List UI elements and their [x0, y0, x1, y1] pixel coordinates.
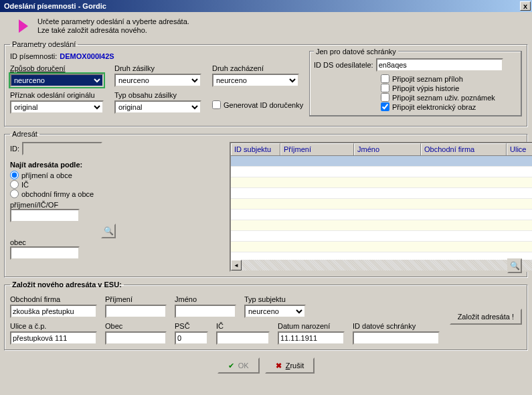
title-bar: Odeslání písemnosti - Gordic x — [0, 0, 532, 12]
druh-zasilky-label: Druh zásilky — [114, 64, 201, 72]
close-button[interactable]: x — [520, 1, 531, 11]
chk-prilohy-label: Připojit seznam příloh — [392, 75, 463, 83]
zalozit-jmeno-label: Jméno — [175, 295, 236, 303]
prijmeni-search-label: příjmení/IČ/OF — [10, 201, 116, 209]
adresat-fieldset: Adresát ID: Najít adresáta podle: příjme… — [4, 130, 528, 278]
grid-row[interactable] — [231, 167, 532, 177]
id-ds-label: ID DS odesílatele: — [314, 61, 373, 69]
druh-zasilky-select[interactable]: neurceno — [114, 74, 201, 87]
grid-row[interactable] — [231, 177, 532, 188]
id-ds-zalozit-input[interactable] — [353, 331, 440, 345]
zalozit-fieldset: Založit nového adresáta v ESU: Obchodní … — [4, 281, 528, 351]
zpusob-select[interactable]: neurceno — [10, 74, 104, 87]
radio-firma-label: obchodní firmy a obce — [21, 190, 94, 198]
adresat-grid[interactable]: ID subjektu Příjmení Jméno Obchodní firm… — [230, 142, 532, 272]
zalozit-prijmeni-input[interactable] — [105, 305, 167, 318]
najit-label: Najít adresáta podle: — [10, 161, 116, 169]
check-icon: ✔ — [228, 362, 234, 370]
grid-header-row: ID subjektu Příjmení Jméno Obchodní firm… — [231, 143, 532, 156]
grid-row[interactable] — [231, 220, 532, 231]
obec-search-label: obec — [10, 238, 116, 246]
chk-poznamek[interactable] — [381, 93, 389, 102]
ok-label: OK — [238, 362, 249, 370]
grid-row[interactable] — [231, 199, 532, 210]
datove-schranky-group: Jen pro datové schránky ID DS odesílatel… — [309, 51, 522, 116]
gh-prijmeni[interactable]: Příjmení — [280, 143, 354, 155]
scroll-left-icon[interactable]: ◄ — [231, 260, 242, 270]
obec-search-input[interactable] — [10, 246, 80, 260]
grid-row[interactable] — [231, 242, 532, 252]
zalozit-jmeno-input[interactable] — [175, 305, 236, 318]
datove-legend: Jen pro datové schránky — [314, 48, 398, 56]
zalozit-adresata-button[interactable]: Založit adresáta ! — [450, 309, 522, 325]
obchodni-firma-input[interactable] — [10, 305, 97, 318]
ulice-label: Ulice a č.p. — [10, 322, 97, 330]
prijmeni-search-input[interactable] — [10, 209, 80, 222]
id-ds-input[interactable] — [376, 58, 503, 72]
instruction-row: Určete parametry odeslání a vyberte adre… — [0, 12, 532, 39]
psc-label: PSČ — [175, 322, 208, 330]
chk-obraz[interactable] — [381, 102, 389, 111]
typ-obsahu-label: Typ obsahu zásilky — [114, 91, 201, 99]
window-title: Odeslání písemnosti - Gordic — [1, 2, 106, 10]
grid-row[interactable] — [231, 210, 532, 220]
datum-label: Datum narození — [278, 322, 345, 330]
gen-id-checkbox[interactable] — [212, 100, 221, 109]
scroll-track[interactable] — [242, 260, 532, 270]
grid-row[interactable] — [231, 231, 532, 242]
gh-ulice[interactable]: Ulice — [507, 143, 532, 155]
priznak-select[interactable]: original — [10, 100, 104, 114]
chk-historie-label: Připojit výpis historie — [392, 84, 459, 92]
magnifier-icon: 🔍 — [104, 226, 114, 236]
horizontal-scrollbar[interactable]: ◄ ► — [231, 260, 532, 270]
chk-poznamek-label: Připojit seznam uživ. poznámek — [392, 94, 495, 102]
close-icon: x — [523, 2, 527, 10]
adresat-left-panel: ID: Najít adresáta podle: příjmení a obc… — [10, 142, 116, 260]
id-pis-value: DEMOX000I42S — [60, 52, 114, 60]
radio-ic[interactable] — [10, 180, 19, 189]
grid-search-button[interactable]: 🔍 — [507, 258, 522, 273]
instruction-line1: Určete parametry odeslání a vyberte adre… — [37, 17, 189, 26]
cancel-button[interactable]: ✖ Zrušit — [265, 358, 315, 374]
obchodni-firma-label: Obchodní firma — [10, 295, 97, 303]
priznak-label: Příznak odeslání originálu — [10, 91, 104, 99]
ic-input[interactable] — [216, 331, 270, 345]
radio-prijmeni-label: příjmení a obce — [21, 171, 72, 179]
chk-obraz-label: Připojit elektronický obraz — [392, 103, 476, 111]
adresat-id-input — [22, 142, 102, 155]
id-label: ID: — [10, 145, 19, 153]
arrow-icon — [19, 19, 28, 33]
radio-ic-label: IČ — [21, 181, 29, 189]
typ-obsahu-select[interactable]: original — [114, 100, 201, 114]
druh-zachazeni-select[interactable]: neurceno — [212, 74, 299, 87]
id-ds-zalozit-label: ID datové schránky — [353, 322, 440, 330]
zalozit-prijmeni-label: Příjmení — [105, 295, 167, 303]
psc-input[interactable] — [175, 331, 208, 345]
ic-label: IČ — [216, 322, 270, 330]
typ-subjektu-label: Typ subjektu — [244, 295, 306, 303]
radio-firma[interactable] — [10, 189, 19, 198]
cancel-label: Zrušit — [286, 362, 304, 370]
ulice-input[interactable] — [10, 331, 97, 345]
ok-button: ✔ OK — [217, 358, 260, 374]
chk-prilohy[interactable] — [381, 74, 389, 83]
search-button-left[interactable]: 🔍 — [101, 224, 116, 238]
grid-row[interactable] — [231, 188, 532, 199]
radio-prijmeni[interactable] — [10, 171, 19, 179]
gen-id-label: Generovat ID doručenky — [224, 101, 303, 109]
gh-firma[interactable]: Obchodní firma — [421, 143, 507, 155]
gh-id-subjektu[interactable]: ID subjektu — [231, 143, 280, 155]
id-pis-label: ID písemnosti: — [10, 52, 57, 60]
adresat-legend: Adresát — [10, 130, 39, 138]
zpusob-label: Způsob doručení — [10, 64, 104, 72]
typ-subjektu-select[interactable]: neurceno — [244, 305, 306, 318]
magnifier-icon: 🔍 — [510, 261, 520, 270]
instruction-line2: Lze také založit adresáta nového. — [37, 26, 189, 35]
params-fieldset: Parametry odeslání ID písemnosti: DEMOX0… — [4, 40, 528, 127]
chk-historie[interactable] — [381, 84, 389, 92]
instruction-text: Určete parametry odeslání a vyberte adre… — [37, 17, 189, 35]
datum-input[interactable] — [278, 331, 345, 345]
gh-jmeno[interactable]: Jméno — [354, 143, 421, 155]
obec-input[interactable] — [105, 331, 167, 345]
grid-row-selected[interactable] — [231, 156, 532, 167]
